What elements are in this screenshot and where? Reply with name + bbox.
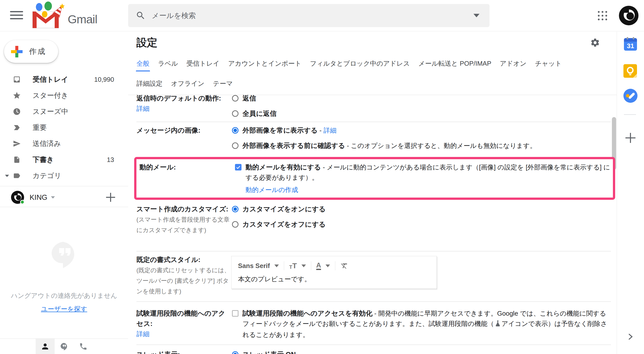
tab-chat[interactable]: チャット xyxy=(535,59,561,71)
tab-filters-blocked[interactable]: フィルタとブロック中のアドレス xyxy=(310,59,410,71)
remove-formatting-icon[interactable] xyxy=(340,262,348,270)
text-color-chevron-down-icon[interactable] xyxy=(326,264,330,267)
profile-name[interactable]: KING xyxy=(30,193,47,202)
online-status-dot xyxy=(20,200,25,204)
sidebar-item-label: 送信済み xyxy=(33,139,61,148)
search-bar[interactable] xyxy=(128,4,490,27)
radio-personalization-on[interactable] xyxy=(232,206,238,212)
tab-inbox[interactable]: 受信トレイ xyxy=(187,59,220,71)
sidebar-item-snoozed[interactable]: スヌーズ中 xyxy=(0,104,128,120)
setting-label-text: 動的メール: xyxy=(139,163,176,171)
sidebar-divider xyxy=(0,207,128,207)
learn-more-link[interactable]: 詳細 xyxy=(136,104,149,114)
radio-reply-all[interactable] xyxy=(232,110,238,117)
checkbox-dynamic-email[interactable] xyxy=(235,164,241,170)
get-addons-plus-icon[interactable] xyxy=(625,133,635,143)
setting-label-text: 既定の書式スタイル: xyxy=(136,256,200,263)
tab-mail-person[interactable] xyxy=(36,339,55,354)
clock-icon xyxy=(13,107,21,116)
compose-button[interactable]: 作成 xyxy=(4,40,58,63)
setting-label-text: 返信時のデフォルトの動作: xyxy=(136,95,221,102)
setting-row-thread-view: スレッド表示: スレッド表示 ON xyxy=(136,349,611,354)
tab-offline[interactable]: オフライン xyxy=(171,79,204,92)
tab-accounts-import[interactable]: アカウントとインポート xyxy=(228,59,301,71)
option-thread-on: スレッド表示 ON xyxy=(232,349,611,354)
right-side-panel: 31 xyxy=(617,32,644,354)
tab-phone[interactable] xyxy=(74,339,93,354)
search-options-chevron-down-icon[interactable] xyxy=(473,14,479,17)
phone-icon xyxy=(79,342,88,351)
sidebar-item-label: 下書き xyxy=(33,155,54,164)
menu-icon[interactable] xyxy=(10,11,23,21)
radio-ask-before-images[interactable] xyxy=(232,142,238,149)
tab-hangouts[interactable] xyxy=(55,339,74,354)
profile-avatar[interactable] xyxy=(11,191,24,204)
tab-general[interactable]: 全般 xyxy=(136,59,149,71)
option-always-show-images: 外部画像を常に表示する - 詳細 xyxy=(232,125,611,136)
calendar-icon[interactable]: 31 xyxy=(623,37,637,52)
sidebar-item-starred[interactable]: スター付き xyxy=(0,87,128,104)
profile-chevron-down-icon[interactable] xyxy=(51,196,55,199)
expand-chevron-down-icon[interactable] xyxy=(5,175,9,177)
page-title: 設定 xyxy=(136,36,157,50)
send-icon xyxy=(13,139,21,148)
left-sidebar: 作成 受信トレイ 10,990 スター付き スヌーズ中 xyxy=(0,32,128,354)
learn-more-link[interactable]: 詳細 xyxy=(136,329,149,339)
new-conversation-plus-icon[interactable] xyxy=(106,193,115,202)
hangouts-profile-row: KING xyxy=(0,189,128,206)
gear-icon[interactable] xyxy=(590,38,600,49)
gmail-logo[interactable]: Gmail xyxy=(29,2,97,30)
option-personalization-off: カスタマイズをオフにする xyxy=(232,219,611,230)
option-text: カスタマイズをオフにする xyxy=(243,219,326,230)
learn-more-link[interactable]: 詳細 xyxy=(324,127,337,134)
sidebar-item-label: カテゴリ xyxy=(33,171,61,181)
search-icon xyxy=(136,11,146,21)
tab-advanced[interactable]: 詳細設定 xyxy=(136,79,163,92)
gmail-logo-text: Gmail xyxy=(68,12,97,30)
option-ask-before-images: 外部画像を表示する前に確認する - このオプションを選択すると、動的メールも無効… xyxy=(232,141,611,151)
option-reply-all: 全員に返信 xyxy=(232,109,611,119)
compose-label: 作成 xyxy=(29,46,46,57)
radio-always-show-images[interactable] xyxy=(232,127,238,134)
setting-label: 動的メール: xyxy=(139,162,235,195)
tab-labels[interactable]: ラベル xyxy=(158,59,178,71)
font-family-select[interactable]: Sans Serif xyxy=(238,262,270,270)
checkbox-experimental-access[interactable] xyxy=(232,310,238,317)
hangouts-bubble-icon xyxy=(49,239,79,272)
label-tag-icon xyxy=(13,171,21,180)
row-divider xyxy=(136,301,611,302)
sidebar-item-categories[interactable]: カテゴリ xyxy=(0,168,128,184)
font-size-button[interactable]: TT xyxy=(289,261,297,270)
option-text: 外部画像を常に表示する - 詳細 xyxy=(243,125,337,136)
setting-label: 既定の書式スタイル: (既定の書式にリセットするには、ツールバーの [書式をクリ… xyxy=(136,255,232,297)
text-color-button[interactable]: A xyxy=(316,262,321,270)
collapse-panel-chevron-right-icon[interactable] xyxy=(626,332,634,342)
sidebar-item-important[interactable]: 重要 xyxy=(0,120,128,136)
radio-personalization-off[interactable] xyxy=(232,221,238,228)
option-text: 返信 xyxy=(243,95,256,104)
font-family-chevron-down-icon[interactable] xyxy=(274,264,279,267)
option-text: カスタマイズをオンにする xyxy=(243,204,326,214)
sidebar-item-drafts[interactable]: 下書き 13 xyxy=(0,152,128,168)
option-text: 試験運用段階の機能へのアクセスを有効化 - 開発中の機能に早期アクセスできます。… xyxy=(243,308,611,340)
sidebar-item-inbox[interactable]: 受信トレイ 10,990 xyxy=(0,71,128,87)
find-user-link[interactable]: ユーザーを探す xyxy=(41,305,87,313)
account-avatar[interactable] xyxy=(619,6,638,26)
google-plus-multicolor-icon xyxy=(11,46,23,57)
create-dynamic-email-link[interactable]: 動的メールの作成 xyxy=(246,185,611,195)
font-size-chevron-down-icon[interactable] xyxy=(301,264,306,267)
radio-thread-on[interactable] xyxy=(232,351,238,354)
apps-grid-icon[interactable] xyxy=(598,11,607,21)
tab-addons[interactable]: アドオン xyxy=(500,59,526,71)
sidebar-item-sent[interactable]: 送信済み xyxy=(0,136,128,152)
setting-row-experimental: 試験運用段階の機能へのアクセス: 詳細 試験運用段階の機能へのアクセスを有効化 … xyxy=(136,308,611,345)
setting-label-text: メッセージ内の画像: xyxy=(136,127,200,134)
keep-icon[interactable] xyxy=(623,64,637,79)
tab-themes[interactable]: テーマ xyxy=(213,79,233,92)
tab-forwarding-pop-imap[interactable]: メール転送と POP/IMAP xyxy=(418,59,491,71)
search-input[interactable] xyxy=(152,12,473,20)
tasks-icon[interactable] xyxy=(623,89,637,104)
radio-reply[interactable] xyxy=(232,95,238,102)
calendar-day-number: 31 xyxy=(627,42,634,50)
setting-row-images: メッセージ内の画像: 外部画像を常に表示する - 詳細 外部画像を表示する前に確… xyxy=(136,125,611,156)
